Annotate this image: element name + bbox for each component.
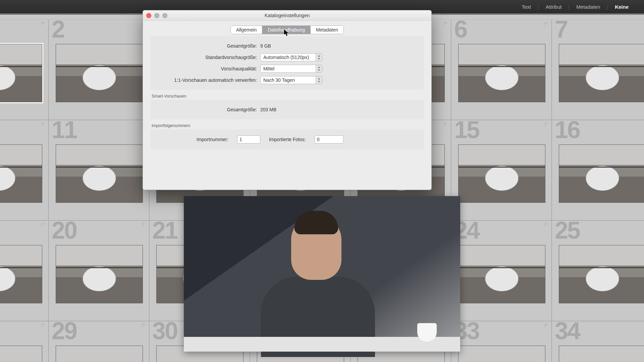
row-total-size: Gesamtgröße: 9 GB <box>156 40 418 52</box>
catalog-settings-dialog: Katalogeinstellungen Allgemein Dateihand… <box>143 10 432 190</box>
grid-cell[interactable] <box>0 120 49 221</box>
input-imported-photos[interactable] <box>315 135 343 143</box>
select-preview-quality[interactable]: Mittel ▲▼ <box>260 65 322 73</box>
overlay-mug <box>417 323 437 342</box>
input-import-number[interactable] <box>237 135 260 143</box>
filter-metadata[interactable]: Metadaten <box>574 3 602 10</box>
thumbnail[interactable] <box>559 245 644 303</box>
cell-index: 15 <box>454 118 479 142</box>
flag-icon[interactable] <box>543 122 549 128</box>
flag-icon[interactable] <box>40 222 46 228</box>
overlay-hair <box>294 211 338 234</box>
grid-cell[interactable]: 20 <box>49 221 149 321</box>
value-total-size: 9 GB <box>260 43 271 49</box>
tab-metadata[interactable]: Metadaten <box>311 26 343 34</box>
dialog-title: Katalogeinstellungen <box>265 13 310 18</box>
cell-index: 20 <box>52 218 76 242</box>
thumbnail[interactable] <box>458 346 545 362</box>
cell-index: 2 <box>52 17 64 41</box>
smart-previews-panel: Gesamtgröße: 203 MB <box>150 100 424 119</box>
cell-index: 34 <box>555 319 580 343</box>
grid-cell[interactable] <box>0 321 49 362</box>
dialog-titlebar[interactable]: Katalogeinstellungen <box>143 10 431 21</box>
grid-cell[interactable] <box>0 221 49 321</box>
separator: | <box>538 4 539 10</box>
row-preview-quality: Vorschauqualität: Mittel ▲▼ <box>156 63 418 74</box>
grid-cell[interactable]: 29 <box>49 321 149 362</box>
thumbnail[interactable] <box>56 346 143 362</box>
import-sequence-panel: Importnummer: Importierte Fotos: <box>150 129 424 149</box>
cell-index: 6 <box>454 17 467 41</box>
cell-index: 30 <box>152 319 177 343</box>
value-smart-total: 203 MB <box>260 107 276 112</box>
cell-index: 16 <box>555 118 580 142</box>
close-icon[interactable] <box>146 13 151 18</box>
flag-icon[interactable] <box>443 122 449 128</box>
grid-cell[interactable]: 15 <box>451 120 552 221</box>
grid-cell[interactable] <box>0 19 49 120</box>
label-total-size: Gesamtgröße: <box>156 43 260 49</box>
row-smart-total: Gesamtgröße: 203 MB <box>156 104 418 115</box>
cell-index: 29 <box>52 319 76 343</box>
dialog-body: Allgemein Dateihandhabung Metadaten Gesa… <box>143 21 431 158</box>
thumbnail[interactable] <box>458 144 545 203</box>
thumbnail[interactable] <box>0 44 42 102</box>
separator: | <box>607 4 608 10</box>
cell-index: 25 <box>555 218 580 242</box>
preview-quality-select[interactable]: Mittel <box>260 65 322 73</box>
flag-icon[interactable] <box>543 222 549 228</box>
previews-panel: Gesamtgröße: 9 GB Standardvorschaugröße:… <box>150 36 424 90</box>
tab-general[interactable]: Allgemein <box>231 26 262 34</box>
grid-cell[interactable]: 33 <box>451 321 552 362</box>
label-preview-quality: Vorschauqualität: <box>156 66 260 71</box>
grid-cell[interactable]: 16 <box>552 120 644 221</box>
flag-icon[interactable] <box>443 21 449 27</box>
label-std-preview-size: Standardvorschaugröße: <box>156 55 260 60</box>
grid-cell[interactable]: 34 <box>552 321 644 362</box>
grid-cell[interactable]: 25 <box>552 221 644 321</box>
flag-icon[interactable] <box>543 323 549 329</box>
thumbnail[interactable] <box>458 245 545 303</box>
discard-11-select[interactable]: Nach 30 Tagen <box>260 76 322 84</box>
thumbnail[interactable] <box>0 245 42 303</box>
filter-attribute[interactable]: Attribut <box>544 3 564 10</box>
select-std-preview-size[interactable]: Automatisch (5120px) ▲▼ <box>260 53 322 61</box>
cell-index: 21 <box>152 218 177 242</box>
thumbnail[interactable] <box>559 44 644 102</box>
flag-icon[interactable] <box>543 21 549 27</box>
cell-index: 11 <box>52 118 76 142</box>
stepper-icon: ▲▼ <box>316 65 322 72</box>
flag-icon[interactable] <box>40 122 46 128</box>
thumbnail[interactable] <box>0 346 42 362</box>
thumbnail[interactable] <box>0 144 42 203</box>
thumbnail[interactable] <box>56 144 143 203</box>
thumbnail[interactable] <box>458 44 545 102</box>
grid-cell[interactable]: 2 <box>49 19 149 120</box>
filter-text[interactable]: Text <box>520 3 533 10</box>
overlay-desk <box>184 337 460 352</box>
heading-smart-previews: Smart-Vorschauen <box>152 94 423 99</box>
thumbnail[interactable] <box>559 346 644 362</box>
maximize-icon[interactable] <box>162 13 167 18</box>
flag-icon[interactable] <box>141 222 147 228</box>
std-preview-size-select[interactable]: Automatisch (5120px) <box>260 53 322 61</box>
filter-none[interactable]: Keine <box>613 3 631 10</box>
select-discard-11[interactable]: Nach 30 Tagen ▲▼ <box>260 76 322 84</box>
thumbnail[interactable] <box>56 44 143 102</box>
minimize-icon[interactable] <box>154 13 159 18</box>
flag-icon[interactable] <box>40 323 46 329</box>
thumbnail[interactable] <box>559 144 644 203</box>
presenter-overlay <box>184 196 460 352</box>
grid-cell[interactable]: 7 <box>552 19 644 120</box>
flag-icon[interactable] <box>141 323 147 329</box>
grid-cell[interactable]: 11 <box>49 120 149 221</box>
window-controls <box>146 13 167 18</box>
label-smart-total: Gesamtgröße: <box>156 107 260 112</box>
thumbnail[interactable] <box>56 245 143 303</box>
flag-icon[interactable] <box>40 21 46 27</box>
label-import-number: Importnummer: <box>197 137 228 142</box>
row-discard-11: 1:1-Vorschauen automatisch verwerfen: Na… <box>156 74 418 86</box>
stepper-icon: ▲▼ <box>316 76 322 84</box>
grid-cell[interactable]: 6 <box>451 19 552 120</box>
grid-cell[interactable]: 24 <box>451 221 552 321</box>
